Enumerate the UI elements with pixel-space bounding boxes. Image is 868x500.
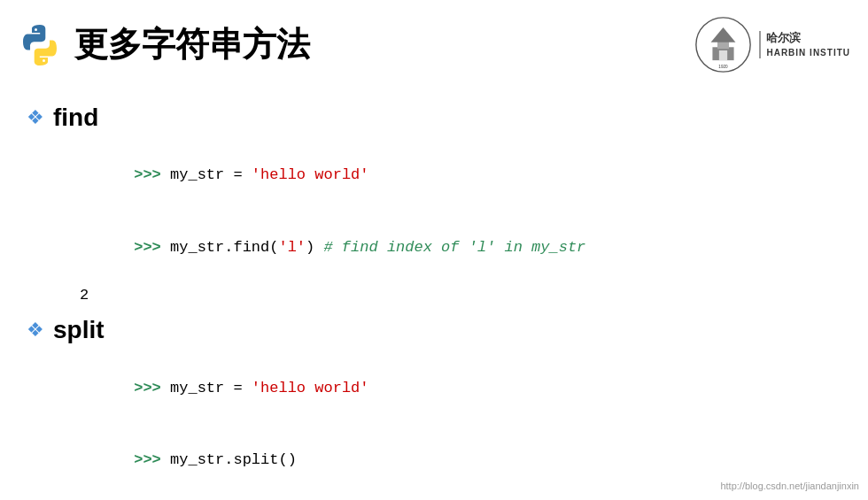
section-find-heading: ❖ find [27,104,841,132]
svg-point-0 [35,28,37,31]
prompt-1: >>> [134,166,161,183]
bullet-split: ❖ [27,320,44,340]
header: 更多字符串方法 1920 哈尔滨HARBIN INSTITU [0,0,868,82]
split-code-block: >>> my_str = 'hello world' >>> my_str.sp… [27,351,841,500]
prompt-4: >>> [134,451,161,468]
python-logo [18,23,62,67]
institute-name: 哈尔滨HARBIN INSTITU [759,31,850,58]
svg-text:1920: 1920 [719,65,729,69]
svg-marker-5 [711,27,736,42]
svg-point-1 [43,59,45,62]
harbin-logo-icon: 1920 [694,16,752,73]
find-code-line-2: >>> my_str.find('l') # find index of 'l'… [80,212,841,284]
bullet-find: ❖ [27,108,44,127]
svg-rect-6 [719,50,727,60]
find-code-line-1: >>> my_str = 'hello world' [80,139,841,212]
prompt-3: >>> [134,380,161,396]
logo-area: 1920 哈尔滨HARBIN INSTITU [694,16,850,73]
split-code-line-1: >>> my_str = 'hello world' [80,351,841,424]
prompt-2: >>> [134,239,161,256]
content-area: ❖ find >>> my_str = 'hello world' >>> my… [0,82,868,500]
find-result: 2 [80,283,841,307]
split-result: ['hello', 'world'] [80,496,841,500]
watermark: http://blog.csdn.net/jiandanjinxin [720,481,859,491]
section-find-label: find [53,104,98,132]
section-split-label: split [53,316,105,344]
section-split-heading: ❖ split [27,316,841,344]
find-code-block: >>> my_str = 'hello world' >>> my_str.fi… [27,139,841,307]
page-title: 更多字符串方法 [74,22,310,67]
